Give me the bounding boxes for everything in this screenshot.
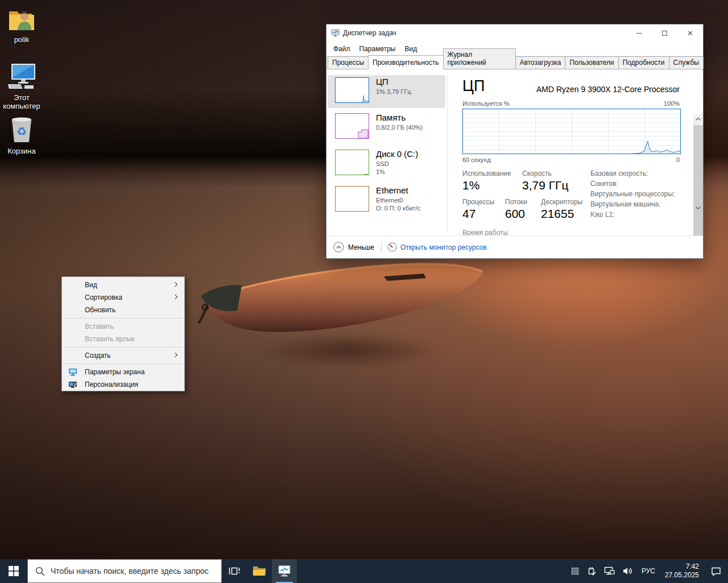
action-center-icon (711, 567, 721, 576)
info-base-speed: Базовая скорость: (590, 169, 648, 177)
search-icon (35, 567, 45, 576)
context-menu-item-personalization[interactable]: Персонализация (62, 378, 184, 391)
titlebar[interactable]: Диспетчер задач ✕ (326, 24, 703, 42)
vertical-scrollbar[interactable] (693, 114, 703, 213)
info-virtual-machine: Виртуальная машина: (590, 200, 661, 208)
svg-text:♻: ♻ (16, 125, 27, 138)
sidebar-ethernet-title: Ethernet (376, 185, 420, 196)
memory-mini-graph (335, 113, 369, 139)
menu-view[interactable]: Вид (400, 43, 421, 55)
ethernet-mini-graph (335, 186, 369, 212)
network-tray-icon[interactable] (600, 559, 619, 583)
language-indicator[interactable]: РУС (637, 559, 660, 583)
action-center-button[interactable] (704, 559, 728, 583)
sidebar-item-disk[interactable]: Диск 0 (C:) SSD 1% (328, 147, 445, 183)
tab-app-history[interactable]: Журнал приложений (443, 48, 516, 69)
sidebar-disk-title: Диск 0 (C:) (376, 148, 418, 160)
pane-separator (447, 75, 448, 231)
tab-details[interactable]: Подробности (618, 56, 669, 69)
sidebar-cpu-stats: 1% 3,79 ГГц (376, 88, 411, 96)
personalization-icon (68, 380, 77, 389)
context-menu-item-refresh[interactable]: Обновить (62, 304, 184, 316)
maximize-button[interactable] (652, 24, 677, 42)
tab-startup[interactable]: Автозагрузка (515, 56, 566, 69)
menu-separator (64, 318, 183, 319)
fewer-details-button[interactable]: Меньше (333, 242, 374, 253)
usb-device-tray-icon[interactable] (583, 559, 600, 583)
menu-item-label: Вставить ярлык (85, 335, 135, 343)
menu-item-label: Обновить (85, 306, 115, 314)
menu-options[interactable]: Параметры (355, 43, 400, 55)
menu-file[interactable]: Файл (329, 43, 355, 55)
desktop-icon-label: Этот компьютер (0, 93, 43, 110)
tab-performance[interactable]: Производительность (368, 55, 443, 69)
submenu-chevron-icon (173, 353, 177, 357)
info-sockets: Сокетов: (590, 180, 618, 188)
stat-label-utilization: Использование (462, 169, 511, 177)
fewer-details-label: Меньше (348, 243, 374, 251)
context-menu-item-display-settings[interactable]: Параметры экрана (62, 366, 184, 378)
maximize-icon (662, 31, 667, 36)
scrollbar-thumb[interactable] (693, 125, 703, 235)
minimize-button[interactable] (626, 24, 652, 42)
tab-bar: Процессы Производительность Журнал прило… (326, 56, 703, 69)
cpu-usage-chart[interactable] (462, 109, 681, 154)
scroll-up-button[interactable] (693, 114, 703, 124)
resource-monitor-link[interactable]: Открыть монитор ресурсов (387, 242, 487, 252)
sidebar-cpu-title: ЦП (376, 76, 411, 88)
system-tray: РУС 7:42 27.05.2025 (567, 559, 728, 583)
computer-icon (6, 61, 38, 91)
context-menu-item-sort[interactable]: Сортировка (62, 291, 184, 304)
sidebar-item-ethernet[interactable]: Ethernet Ethernet0 О: 0 П: 0 кбит/с (328, 184, 445, 219)
task-view-icon (229, 566, 240, 576)
window-title: Диспетчер задач (343, 29, 396, 37)
close-button[interactable]: ✕ (677, 24, 703, 42)
stat-value-handles: 21655 (541, 207, 574, 221)
menu-separator (64, 347, 183, 348)
footer-separator (381, 242, 382, 253)
tab-users[interactable]: Пользователи (565, 56, 618, 69)
file-explorer-button[interactable] (247, 559, 272, 583)
task-manager-footer: Меньше Открыть монитор ресурсов (326, 235, 703, 258)
clock-date: 27.05.2025 (665, 571, 699, 580)
sidebar-item-memory[interactable]: Память 0,8/2,0 ГБ (40%) (328, 111, 445, 144)
stat-label-handles: Дескрипторы (541, 198, 582, 206)
hidden-icons-button[interactable] (567, 559, 583, 583)
task-manager-app-icon (331, 28, 340, 38)
task-manager-window: Диспетчер задач ✕ Файл Параметры Вид Про… (326, 24, 704, 259)
tab-services[interactable]: Службы (669, 56, 704, 69)
desktop-icon-this-pc[interactable]: Этот компьютер (0, 61, 43, 110)
sidebar-ethernet-traffic: О: 0 П: 0 кбит/с (376, 204, 420, 212)
desktop-icon-polik[interactable]: polik (0, 7, 43, 44)
volume-tray-icon[interactable] (619, 559, 637, 583)
menu-item-label: Вид (85, 281, 97, 289)
sidebar-ethernet-adapter: Ethernet0 (376, 196, 420, 204)
task-view-button[interactable] (222, 559, 247, 583)
sidebar-memory-title: Память (376, 112, 423, 123)
performance-sidebar: ЦП 1% 3,79 ГГц Память 0,8/2,0 ГБ (40%) (326, 69, 448, 235)
tab-processes[interactable]: Процессы (328, 56, 369, 69)
context-menu-item-new[interactable]: Создать (62, 349, 184, 362)
stat-value-utilization: 1% (462, 179, 479, 192)
file-explorer-icon (253, 565, 266, 577)
taskbar-search[interactable]: Чтобы начать поиск, введите здесь запрос (27, 559, 222, 583)
network-icon (604, 567, 615, 576)
context-menu-item-view[interactable]: Вид (62, 279, 184, 291)
scroll-down-button[interactable] (693, 203, 703, 213)
close-icon: ✕ (687, 29, 693, 38)
disk-mini-graph (335, 150, 369, 175)
hidden-icons-grid-icon (571, 567, 579, 575)
start-button[interactable] (0, 559, 27, 583)
stat-label-processes: Процессы (462, 198, 494, 206)
info-virtual-processors: Виртуальные процессоры: (590, 190, 675, 198)
clock[interactable]: 7:42 27.05.2025 (660, 559, 704, 583)
sidebar-item-cpu[interactable]: ЦП 1% 3,79 ГГц (328, 75, 445, 108)
menu-item-label: Персонализация (85, 381, 138, 388)
context-menu-item-paste-shortcut: Вставить ярлык (62, 333, 184, 345)
desktop-icon-recycle-bin[interactable]: ♻ Корзина (0, 115, 43, 155)
processor-name: AMD Ryzen 9 3900X 12-Core Processor (536, 85, 680, 94)
performance-content: ЦП 1% 3,79 ГГц Память 0,8/2,0 ГБ (40%) (326, 69, 703, 235)
menu-item-label: Создать (85, 352, 111, 359)
task-manager-taskbar-button[interactable] (272, 559, 297, 583)
resource-monitor-icon (387, 242, 397, 252)
